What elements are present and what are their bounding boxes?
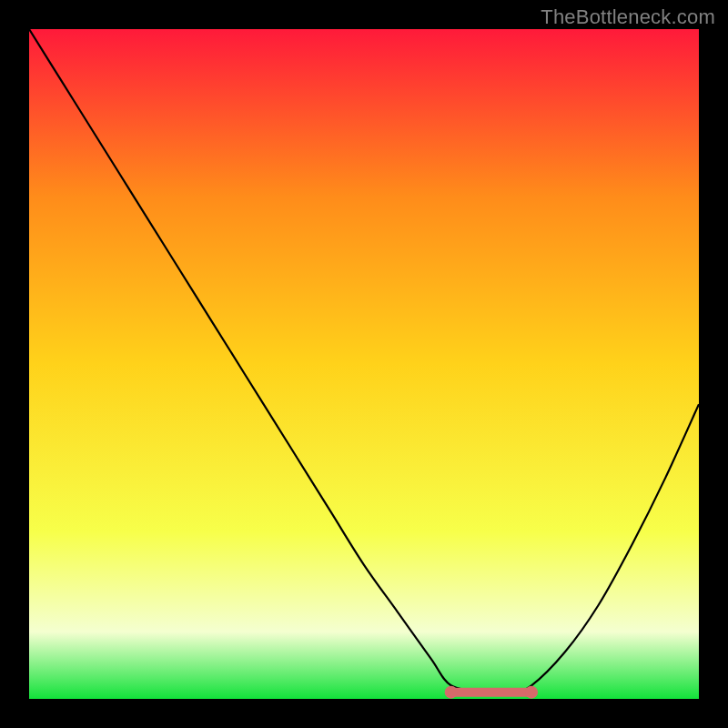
optimal-range-marker xyxy=(445,686,538,699)
watermark-text: TheBottleneck.com xyxy=(541,5,715,29)
chart-frame: TheBottleneck.com xyxy=(0,0,728,728)
svg-point-2 xyxy=(525,686,538,699)
plot-area xyxy=(29,29,699,699)
bottleneck-chart xyxy=(29,29,699,699)
gradient-background xyxy=(29,29,699,699)
svg-point-1 xyxy=(445,686,458,699)
